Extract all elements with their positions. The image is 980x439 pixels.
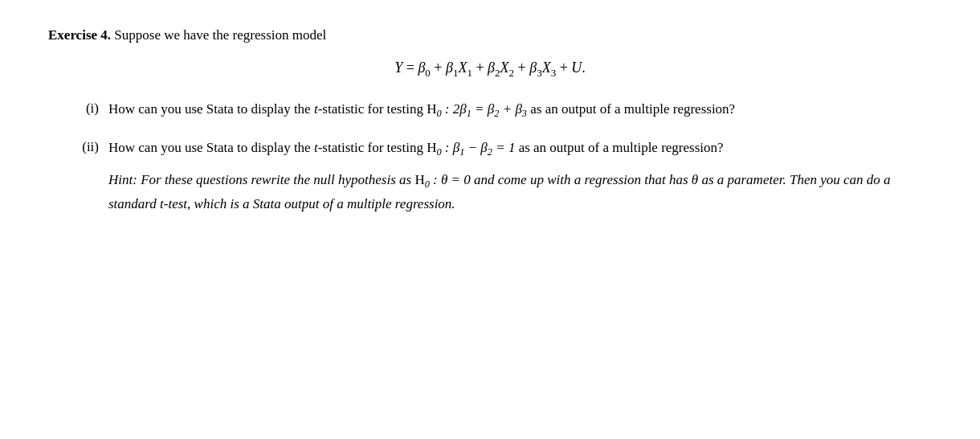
part-ii-text: How can you use Stata to display the t-s… [108, 137, 932, 161]
part-i-content: How can you use Stata to display the t-s… [108, 98, 932, 122]
hint-block: Hint: For these questions rewrite the nu… [108, 169, 932, 215]
hint-text: Hint: For these questions rewrite the nu… [108, 172, 891, 211]
exercise-intro: Suppose we have the regression model [114, 27, 326, 43]
exercise-number: Exercise 4. [48, 27, 111, 43]
exercise-header: Exercise 4. Suppose we have the regressi… [48, 24, 932, 46]
hint-hypothesis: H0 : θ = 0 [414, 172, 470, 187]
part-ii-label: (ii) [64, 137, 108, 158]
hint-t-test: t [160, 196, 164, 211]
main-equation: Y = β0 + β1X1 + β2X2 + β3X3 + U. [48, 57, 932, 80]
hint-theta: θ [692, 172, 698, 187]
hypothesis-i: H0 : 2β1 = β2 + β3 [427, 101, 527, 117]
part-ii: (ii) How can you use Stata to display th… [64, 137, 932, 215]
part-i: (i) How can you use Stata to display the… [64, 98, 932, 122]
part-i-label: (i) [64, 98, 108, 119]
parts-container: (i) How can you use Stata to display the… [64, 98, 932, 215]
page-content: Exercise 4. Suppose we have the regressi… [48, 24, 932, 230]
t-statistic-i: t [314, 101, 318, 117]
part-i-text: How can you use Stata to display the t-s… [108, 98, 932, 122]
t-statistic-ii: t [314, 140, 318, 155]
part-ii-content: How can you use Stata to display the t-s… [108, 137, 932, 215]
hypothesis-ii: H0 : β1 − β2 = 1 [427, 140, 515, 155]
